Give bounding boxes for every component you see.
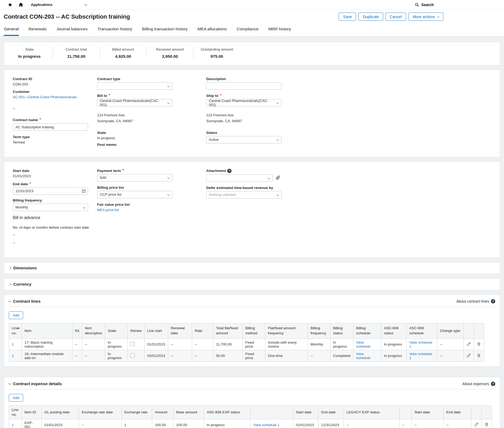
col-end-date[interactable]: End date: [319, 406, 344, 419]
col-line-no[interactable]: Line no.: [9, 406, 22, 419]
home-icon[interactable]: [18, 2, 24, 8]
end-date-input[interactable]: [13, 187, 88, 195]
col-asc606-schedule[interactable]: ASC-606 schedule: [406, 323, 437, 339]
col-kit[interactable]: Kit: [72, 323, 82, 339]
duplicate-button[interactable]: Duplicate: [358, 13, 383, 21]
ship-to-address: 123 Fremont Ave. Sunnyvale, CA, 94087: [206, 112, 283, 124]
tab-journal-balances[interactable]: Journal balances: [56, 25, 88, 36]
description-input[interactable]: [206, 82, 282, 90]
col-state[interactable]: State: [105, 323, 128, 339]
chevron-down-icon: [167, 176, 170, 179]
ship-to-select[interactable]: Central Coast Pharmaceuticals(CAC-001): [206, 99, 282, 106]
chevron-down-icon[interactable]: [8, 382, 11, 385]
col-legacy-start-date[interactable]: Start date: [412, 406, 444, 419]
currency-section-toggle[interactable]: Currency: [4, 278, 500, 290]
payment-term-label: Payment term*: [97, 169, 177, 173]
bill-to-select[interactable]: Central Coast Pharmaceuticals(CAC-001): [97, 99, 172, 106]
help-icon[interactable]: ?: [491, 382, 495, 386]
asc606-schedule-link[interactable]: View schedule 1: [409, 340, 432, 348]
delete-row-button[interactable]: [474, 350, 484, 361]
attachment-select[interactable]: [206, 174, 273, 182]
tab-renewals[interactable]: Renewals: [28, 25, 47, 36]
contract-name-input[interactable]: [13, 123, 88, 131]
billing-schedule-link[interactable]: View schedule: [356, 352, 370, 360]
paperclip-icon[interactable]: [275, 175, 280, 181]
col-gl-posting-date[interactable]: GL posting date: [42, 406, 79, 419]
payment-term-select[interactable]: N30: [97, 174, 172, 182]
renew-checkbox[interactable]: [130, 342, 135, 346]
col-asc606-status[interactable]: ASC-606 status: [381, 323, 406, 339]
col-billing-frequency[interactable]: Billing frequency: [308, 323, 330, 339]
save-button[interactable]: Save: [339, 13, 356, 21]
tab-billing-transaction-history[interactable]: Billing transaction history: [142, 25, 188, 36]
applications-menu[interactable]: Applications: [31, 3, 87, 7]
col-billing-method[interactable]: Billing method: [242, 323, 265, 339]
tab-general[interactable]: General: [4, 25, 19, 36]
col-legacy-end-date[interactable]: End date: [444, 406, 472, 419]
col-item-description[interactable]: Item description: [82, 323, 105, 339]
col-rate[interactable]: Rate: [192, 323, 213, 339]
cancel-button[interactable]: Cancel: [386, 13, 406, 21]
state-value: In progress: [97, 136, 177, 140]
col-asc606-exp-schedule[interactable]: [251, 406, 293, 419]
calendar-icon[interactable]: [81, 189, 86, 194]
asc606-exp-schedule-link[interactable]: View schedule 1: [253, 423, 279, 427]
edit-row-button[interactable]: [464, 350, 474, 361]
more-actions-button[interactable]: More actions: [408, 13, 443, 21]
add-contract-line-button[interactable]: Add: [9, 311, 23, 319]
add-expense-button[interactable]: Add: [9, 394, 23, 402]
col-legacy-exp-status[interactable]: LEGACY EXP status: [344, 406, 400, 419]
renew-checkbox[interactable]: [130, 353, 135, 357]
col-asc606-exp-status[interactable]: ASC-606 EXP status: [204, 406, 251, 419]
help-icon[interactable]: ?: [227, 169, 232, 173]
billing-frequency-select[interactable]: Monthly: [13, 204, 88, 211]
cell-billing-status: Completed: [330, 350, 353, 361]
customer-link[interactable]: AC-001--Central Coast Pharmaceuticals: [13, 95, 77, 99]
col-line-start[interactable]: Line start: [144, 323, 168, 339]
tab-compliance[interactable]: Compliance: [237, 25, 259, 36]
tab-mrr-history[interactable]: MRR history: [268, 25, 291, 36]
delete-row-button[interactable]: [482, 419, 492, 428]
col-flat-fixed-amount-frequency[interactable]: Flat/fixed amount frequency: [265, 323, 308, 339]
tab-mea-allocations[interactable]: MEA allocations: [197, 25, 227, 36]
billing-schedule-link[interactable]: View schedule: [356, 340, 370, 348]
col-total-flat-fixed-amount[interactable]: Total flat/fixed amount: [213, 323, 242, 339]
billing-price-list-select[interactable]: CCP price list: [97, 191, 172, 198]
mea-price-list-link[interactable]: MEA price list: [97, 208, 119, 212]
cell-billing-frequency: --: [308, 350, 330, 361]
line-no-link[interactable]: 1: [12, 423, 14, 427]
col-line-no[interactable]: Line no.▲: [9, 323, 22, 339]
status-select[interactable]: Active: [206, 136, 282, 143]
search-button[interactable]: Search: [415, 2, 434, 7]
chevron-down-icon[interactable]: [8, 299, 11, 302]
defer-revenue-select[interactable]: Nothing selected: [206, 191, 282, 199]
col-renewal-date[interactable]: Renewal date: [168, 323, 192, 339]
col-base-amount[interactable]: Base amount: [173, 406, 204, 419]
col-renew[interactable]: Renew: [128, 323, 144, 339]
col-exchange-rate[interactable]: Exchange rate: [122, 406, 152, 419]
star-icon[interactable]: [7, 2, 13, 8]
header-actions: Save Duplicate Cancel More actions: [339, 13, 443, 21]
currency-section-label: Currency: [13, 282, 31, 287]
contract-type-select[interactable]: [97, 82, 172, 90]
col-start-date[interactable]: Start date: [293, 406, 319, 419]
col-billing-status[interactable]: Billing status: [330, 323, 353, 339]
help-icon[interactable]: ?: [491, 299, 495, 303]
col-change-type[interactable]: Change type: [437, 323, 464, 339]
edit-row-button[interactable]: [464, 339, 474, 350]
col-amount[interactable]: Amount: [152, 406, 173, 419]
asc606-schedule-link[interactable]: View schedule 1: [409, 352, 432, 360]
col-exchange-rate-date[interactable]: Exchange rate date: [79, 406, 122, 419]
col-billing-schedule[interactable]: Billing schedule: [353, 323, 381, 339]
summary-label: State: [12, 47, 47, 51]
col-legacy-schedule[interactable]: [400, 406, 412, 419]
edit-row-button[interactable]: [472, 419, 482, 428]
col-item-id[interactable]: Item ID: [22, 406, 42, 419]
delete-row-button[interactable]: [474, 339, 484, 350]
line-no-link[interactable]: 1: [12, 342, 14, 346]
col-item[interactable]: Item: [22, 323, 72, 339]
tab-transaction-history[interactable]: Transaction history: [97, 25, 132, 36]
dimensions-section-toggle[interactable]: Dimensions: [4, 262, 500, 274]
cell-rate: --: [192, 350, 213, 361]
line-no-link[interactable]: 2: [12, 354, 14, 358]
